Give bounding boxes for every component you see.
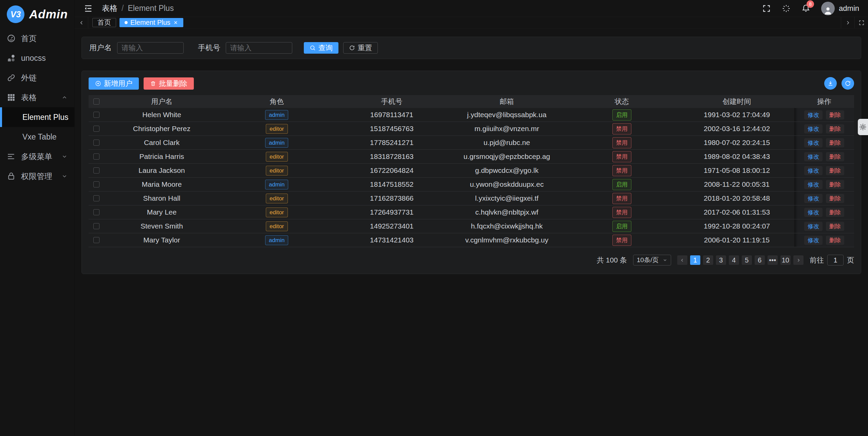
select-all-checkbox[interactable] bbox=[93, 98, 99, 105]
delete-button[interactable]: 删除 bbox=[826, 222, 844, 231]
add-user-button[interactable]: 新增用户 bbox=[89, 77, 139, 90]
sidebar-item-home[interactable]: 首页 bbox=[0, 29, 74, 48]
status-badge: 禁用 bbox=[612, 165, 631, 176]
sidebar-item-external-link[interactable]: 外链 bbox=[0, 68, 74, 88]
table-body: Helen Whiteadmin16978113471j.ydteqev@lib… bbox=[89, 108, 854, 247]
collapse-sidebar-icon[interactable] bbox=[84, 4, 93, 13]
table-card: 新增用户 批量删除 bbox=[81, 71, 861, 274]
sidebar-item-permission[interactable]: 权限管理 bbox=[0, 166, 74, 186]
prev-page-button[interactable] bbox=[677, 255, 687, 265]
role-cell: admin bbox=[219, 108, 334, 122]
delete-button[interactable]: 删除 bbox=[826, 236, 844, 245]
delete-button[interactable]: 删除 bbox=[826, 208, 844, 217]
page-button[interactable]: 6 bbox=[755, 255, 765, 265]
tabs-scroll-left-button[interactable] bbox=[75, 17, 88, 28]
sidebar-item-multilevel-menu[interactable]: 多级菜单 bbox=[0, 147, 74, 166]
tab-element-plus[interactable]: Element Plus bbox=[119, 18, 183, 27]
refresh-icon bbox=[349, 45, 355, 51]
delete-button[interactable]: 删除 bbox=[826, 138, 844, 147]
page-button[interactable]: 4 bbox=[729, 255, 739, 265]
page-button[interactable]: 5 bbox=[742, 255, 752, 265]
page-button[interactable]: 2 bbox=[703, 255, 713, 265]
edit-button[interactable]: 修改 bbox=[804, 222, 823, 231]
status-badge: 禁用 bbox=[612, 193, 631, 204]
delete-button[interactable]: 删除 bbox=[826, 110, 844, 120]
actions-cell: 修改删除 bbox=[794, 192, 854, 205]
row-checkbox[interactable] bbox=[93, 195, 99, 201]
page-button[interactable]: 1 bbox=[690, 255, 700, 265]
actions-cell: 修改删除 bbox=[794, 122, 854, 135]
settings-panel-button[interactable] bbox=[858, 119, 868, 135]
sidebar-item-element-plus[interactable]: Element Plus bbox=[0, 107, 74, 127]
status-cell: 禁用 bbox=[564, 150, 679, 163]
edit-button[interactable]: 修改 bbox=[804, 138, 823, 147]
fullscreen-icon[interactable] bbox=[762, 4, 771, 13]
content-fullscreen-button[interactable] bbox=[854, 17, 868, 28]
query-button[interactable]: 查询 bbox=[304, 42, 338, 54]
edit-button[interactable]: 修改 bbox=[804, 180, 823, 189]
email-cell: u.pjd@rubc.ne bbox=[449, 136, 565, 149]
tabs-scroll-right-button[interactable] bbox=[841, 17, 854, 28]
row-checkbox[interactable] bbox=[93, 237, 99, 243]
trash-icon bbox=[150, 80, 156, 87]
role-cell: admin bbox=[219, 136, 334, 149]
row-select-cell bbox=[89, 205, 104, 219]
delete-button[interactable]: 删除 bbox=[826, 152, 844, 161]
table-row: Christopher Perezeditor15187456763m.giiu… bbox=[89, 122, 854, 136]
edit-button[interactable]: 修改 bbox=[804, 124, 823, 133]
row-checkbox[interactable] bbox=[93, 209, 99, 215]
page-button[interactable]: 3 bbox=[716, 255, 726, 265]
role-tag: admin bbox=[265, 110, 288, 120]
refresh-table-button[interactable] bbox=[842, 77, 854, 90]
notifications-button[interactable]: 8 bbox=[801, 3, 810, 14]
sidebar-item-vxe-table[interactable]: Vxe Table bbox=[0, 127, 74, 147]
edit-button[interactable]: 修改 bbox=[804, 236, 823, 245]
tab-label: 首页 bbox=[97, 18, 111, 27]
delete-button[interactable]: 删除 bbox=[826, 194, 844, 203]
created-time-cell: 2017-02-06 01:31:53 bbox=[679, 205, 794, 219]
user-menu[interactable]: admin bbox=[821, 2, 859, 15]
more-pages-button[interactable]: ••• bbox=[768, 255, 778, 265]
tab-home[interactable]: 首页 bbox=[92, 18, 116, 27]
created-time-cell: 2002-03-16 12:44:02 bbox=[679, 122, 794, 135]
edit-button[interactable]: 修改 bbox=[804, 208, 823, 217]
status-cell: 启用 bbox=[564, 108, 679, 122]
edit-button[interactable]: 修改 bbox=[804, 152, 823, 161]
delete-button[interactable]: 删除 bbox=[826, 124, 844, 133]
row-checkbox[interactable] bbox=[93, 140, 99, 146]
batch-delete-button[interactable]: 批量删除 bbox=[144, 77, 194, 90]
download-button[interactable] bbox=[824, 77, 837, 90]
close-icon[interactable] bbox=[173, 20, 178, 25]
row-checkbox[interactable] bbox=[93, 181, 99, 187]
table-row: Carol Clarkadmin17785241271u.pjd@rubc.ne… bbox=[89, 136, 854, 150]
sidebar-item-table[interactable]: 表格 bbox=[0, 88, 74, 107]
username-input[interactable] bbox=[117, 42, 184, 54]
page-size-select[interactable]: 10条/页 bbox=[633, 255, 671, 266]
next-page-button[interactable] bbox=[793, 255, 804, 265]
goto-page-input[interactable] bbox=[827, 255, 844, 266]
total-count-label: 共 100 条 bbox=[597, 255, 627, 265]
row-select-cell bbox=[89, 178, 104, 191]
theme-icon[interactable] bbox=[782, 4, 791, 13]
phone-input[interactable] bbox=[226, 42, 292, 54]
edit-button[interactable]: 修改 bbox=[804, 110, 823, 120]
row-checkbox[interactable] bbox=[93, 126, 99, 132]
page-button[interactable]: 10 bbox=[780, 255, 791, 265]
row-checkbox[interactable] bbox=[93, 167, 99, 174]
sidebar-item-unocss[interactable]: unocss bbox=[0, 48, 74, 68]
username-cell: Christopher Perez bbox=[104, 122, 219, 135]
reset-button[interactable]: 重置 bbox=[343, 42, 378, 54]
sidebar-item-label: unocss bbox=[21, 54, 46, 63]
breadcrumb-parent[interactable]: 表格 bbox=[102, 3, 117, 14]
row-checkbox[interactable] bbox=[93, 153, 99, 160]
app-root: V3 Admin 首页 unocss 外链 表格 Element Plus Vx… bbox=[0, 0, 868, 436]
delete-button[interactable]: 删除 bbox=[826, 180, 844, 189]
edit-button[interactable]: 修改 bbox=[804, 166, 823, 175]
row-checkbox[interactable] bbox=[93, 223, 99, 229]
row-select-cell bbox=[89, 136, 104, 149]
delete-button[interactable]: 删除 bbox=[826, 166, 844, 175]
chevron-left-icon bbox=[680, 258, 685, 263]
username-cell: Maria Moore bbox=[104, 178, 219, 191]
edit-button[interactable]: 修改 bbox=[804, 194, 823, 203]
row-checkbox[interactable] bbox=[93, 112, 99, 118]
